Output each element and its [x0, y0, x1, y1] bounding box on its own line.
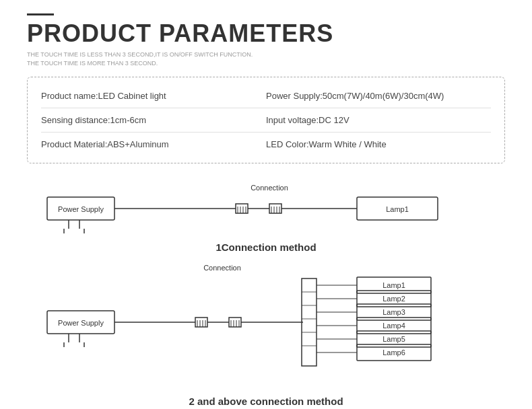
params-box: Product name:LED Cabinet light Power Sup… — [27, 77, 505, 163]
param-color: LED Color:Warm White / White — [266, 139, 491, 149]
svg-text:Lamp4: Lamp4 — [383, 322, 405, 330]
param-sensing: Sensing distance:1cm-6cm — [41, 115, 266, 125]
diagram-section-2: Connection Power Supply — [27, 258, 505, 407]
diagram-2-svg: Connection Power Supply — [27, 258, 505, 393]
svg-text:Lamp2: Lamp2 — [383, 295, 405, 303]
top-line — [27, 13, 54, 15]
connection-label-2: Connection — [203, 264, 241, 272]
diagram-1-title: 1Connection method — [27, 241, 505, 253]
page-title: PRODUCT PARAMETERS — [27, 20, 505, 48]
param-row-3: Product Material:ABS+Aluminum LED Color:… — [41, 133, 491, 156]
param-power-supply: Power Supply:50cm(7W)/40m(6W)/30cm(4W) — [266, 91, 491, 101]
diagram-1-svg: Connection Power Supply Lamp1 — [27, 178, 505, 239]
param-row-1: Product name:LED Cabinet light Power Sup… — [41, 84, 491, 108]
svg-rect-40 — [302, 278, 317, 366]
param-voltage: Input voltage:DC 12V — [266, 115, 491, 125]
svg-text:Lamp5: Lamp5 — [383, 335, 405, 343]
svg-text:Power Supply: Power Supply — [58, 205, 104, 213]
diagram-section-1: Connection Power Supply Lamp1 1Connecti — [27, 178, 505, 253]
svg-text:Power Supply: Power Supply — [58, 319, 104, 327]
param-row-2: Sensing distance:1cm-6cm Input voltage:D… — [41, 108, 491, 133]
svg-text:Lamp1: Lamp1 — [383, 281, 405, 289]
param-name: Product name:LED Cabinet light — [41, 91, 266, 101]
svg-text:Lamp6: Lamp6 — [383, 348, 405, 357]
param-material: Product Material:ABS+Aluminum — [41, 139, 266, 149]
connection-label-1: Connection — [251, 184, 288, 192]
diagram-2-title: 2 and above connection method — [27, 396, 505, 407]
svg-text:Lamp3: Lamp3 — [383, 308, 405, 316]
svg-text:Lamp1: Lamp1 — [386, 205, 409, 213]
subtitle: THE TOUCH TIME IS LESS THAN 3 SECOND,IT … — [27, 50, 505, 67]
